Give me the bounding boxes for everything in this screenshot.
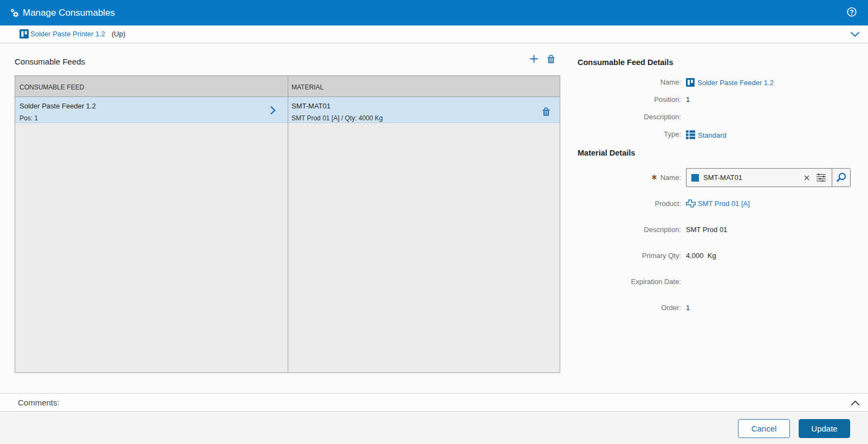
svg-text:?: ? (850, 8, 854, 16)
